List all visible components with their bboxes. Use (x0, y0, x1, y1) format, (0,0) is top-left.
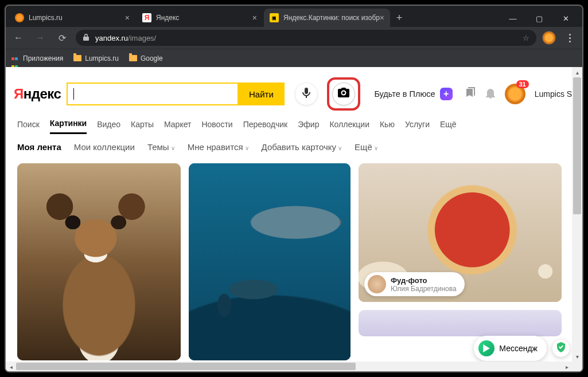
image-search-button[interactable] (332, 83, 355, 105)
filter-add-card[interactable]: Добавить карточку∨ (262, 142, 342, 152)
bookmark-lumpics[interactable]: Lumpics.ru (73, 54, 119, 62)
url-path: /images/ (128, 34, 156, 42)
bookmark-label: Lumpics.ru (85, 54, 119, 62)
scroll-up-icon[interactable]: ▴ (572, 67, 582, 77)
user-name[interactable]: Lumpics S. (535, 89, 574, 99)
page-content: Яндекс Найти (6, 67, 582, 371)
profile-avatar-button[interactable] (542, 31, 556, 45)
search-button[interactable]: Найти (237, 83, 285, 105)
bookmarks-bar: Приложения Lumpics.ru Google (6, 49, 582, 67)
plus-icon: + (440, 88, 453, 100)
microphone-icon (302, 87, 311, 101)
messenger-widget: Мессендж (474, 336, 570, 361)
voice-search-button[interactable] (295, 83, 318, 105)
url-input[interactable]: yandex.ru/images/ ☆ (76, 30, 536, 46)
bell-icon[interactable] (485, 87, 496, 101)
window-close-button[interactable]: ✕ (552, 10, 579, 27)
author-subtitle: Юлия Бадретдинова (391, 285, 457, 293)
search-input[interactable] (67, 83, 237, 105)
browser-tab-1[interactable]: Я Яндекс × (137, 9, 263, 27)
chevron-down-icon: ∨ (245, 145, 249, 151)
nav-translate[interactable]: Переводчик (243, 120, 288, 133)
yandex-logo[interactable]: Яндекс (14, 86, 61, 102)
apps-button[interactable]: Приложения (11, 54, 63, 62)
bookmark-google[interactable]: Google (129, 54, 163, 62)
messenger-button[interactable]: Мессендж (474, 336, 547, 361)
nav-forward-button[interactable]: → (32, 30, 48, 46)
messenger-label: Мессендж (499, 344, 538, 353)
nav-images[interactable]: Картинки (50, 119, 87, 134)
favicon-icon (15, 13, 24, 22)
url-domain: yandex.ru (95, 34, 128, 42)
favicon-icon: ▣ (270, 13, 279, 22)
nav-search[interactable]: Поиск (17, 120, 40, 133)
nav-back-button[interactable]: ← (10, 30, 26, 46)
browser-tab-2[interactable]: ▣ Яндекс.Картинки: поиск изобра × (264, 9, 390, 27)
close-icon[interactable]: × (380, 13, 384, 22)
camera-icon (337, 88, 350, 100)
tab-title: Яндекс.Картинки: поиск изобра (283, 14, 380, 22)
window-minimize-button[interactable]: — (500, 10, 526, 27)
chevron-down-icon: ∨ (374, 145, 378, 151)
horizontal-scrollbar[interactable]: ◂ ▸ (6, 362, 572, 371)
bookmark-label: Google (141, 54, 163, 62)
nav-market[interactable]: Маркет (164, 120, 191, 133)
messenger-play-icon (478, 340, 494, 356)
browser-tab-0[interactable]: Lumpics.ru × (9, 9, 135, 27)
tab-title: Яндекс (156, 14, 179, 22)
bookmark-star-icon[interactable]: ☆ (523, 34, 529, 42)
chevron-down-icon: ∨ (338, 145, 342, 151)
new-tab-button[interactable]: + (391, 10, 407, 26)
nav-q[interactable]: Кью (380, 120, 395, 133)
collections-icon[interactable] (465, 87, 476, 101)
scroll-left-icon[interactable]: ◂ (6, 362, 16, 371)
scrollbar-thumb[interactable] (16, 363, 356, 370)
author-title: Фуд-фото (391, 276, 457, 285)
close-icon[interactable]: × (252, 13, 257, 22)
nav-more[interactable]: Ещё (440, 120, 457, 133)
filter-more[interactable]: Ещё∨ (355, 142, 378, 152)
folder-icon (73, 55, 81, 61)
chevron-down-icon: ∨ (171, 145, 175, 151)
filter-topics[interactable]: Темы∨ (147, 142, 175, 152)
author-pill[interactable]: Фуд-фото Юлия Бадретдинова (364, 272, 465, 296)
feed-card-pizza[interactable]: Фуд-фото Юлия Бадретдинова (359, 163, 562, 302)
nav-collections[interactable]: Коллекции (329, 120, 369, 133)
scroll-right-icon[interactable]: ▸ (562, 362, 572, 371)
window-maximize-button[interactable]: ▢ (526, 10, 552, 27)
nav-reload-button[interactable]: ⟳ (54, 30, 70, 46)
feed-card-dog[interactable] (17, 163, 181, 360)
protect-button[interactable] (552, 340, 570, 357)
lock-icon (83, 33, 89, 43)
address-bar: ← → ⟳ yandex.ru/images/ ☆ (6, 27, 582, 49)
nav-services[interactable]: Услуги (405, 120, 430, 133)
filter-likes[interactable]: Мне нравится∨ (188, 142, 249, 152)
nav-maps[interactable]: Карты (131, 120, 154, 133)
favicon-icon: Я (142, 13, 151, 22)
tab-title: Lumpics.ru (29, 14, 63, 22)
service-nav: Поиск Картинки Видео Карты Маркет Новост… (6, 115, 582, 134)
folder-icon (129, 55, 137, 61)
browser-menu-button[interactable] (562, 34, 578, 42)
nav-video[interactable]: Видео (97, 120, 120, 133)
browser-tab-bar: Lumpics.ru × Я Яндекс × ▣ Яндекс.Картинк… (6, 6, 582, 27)
yandex-plus-link[interactable]: Будьте в Плюсе + (374, 88, 452, 100)
feed-filter-row: Моя лента Мои коллекции Темы∨ Мне нравит… (6, 134, 582, 160)
filter-my-collections[interactable]: Мои коллекции (74, 142, 135, 152)
notification-badge: 31 (516, 80, 529, 88)
filter-my-feed[interactable]: Моя лента (17, 142, 61, 152)
nav-ether[interactable]: Эфир (298, 120, 319, 133)
feed-card-shark[interactable] (189, 163, 351, 360)
scroll-down-icon[interactable]: ▾ (572, 351, 582, 362)
scrollbar-thumb[interactable] (573, 77, 581, 214)
close-icon[interactable]: × (125, 13, 130, 22)
apps-label: Приложения (23, 54, 63, 62)
user-avatar[interactable]: 31 (505, 84, 525, 104)
apps-icon (11, 54, 20, 62)
nav-news[interactable]: Новости (201, 120, 232, 133)
vertical-scrollbar[interactable]: ▴ ▾ (572, 67, 582, 371)
shield-check-icon (556, 342, 566, 355)
site-header: Яндекс Найти (6, 67, 582, 115)
image-search-highlight (327, 77, 360, 111)
feed-card-partial[interactable] (359, 310, 562, 336)
